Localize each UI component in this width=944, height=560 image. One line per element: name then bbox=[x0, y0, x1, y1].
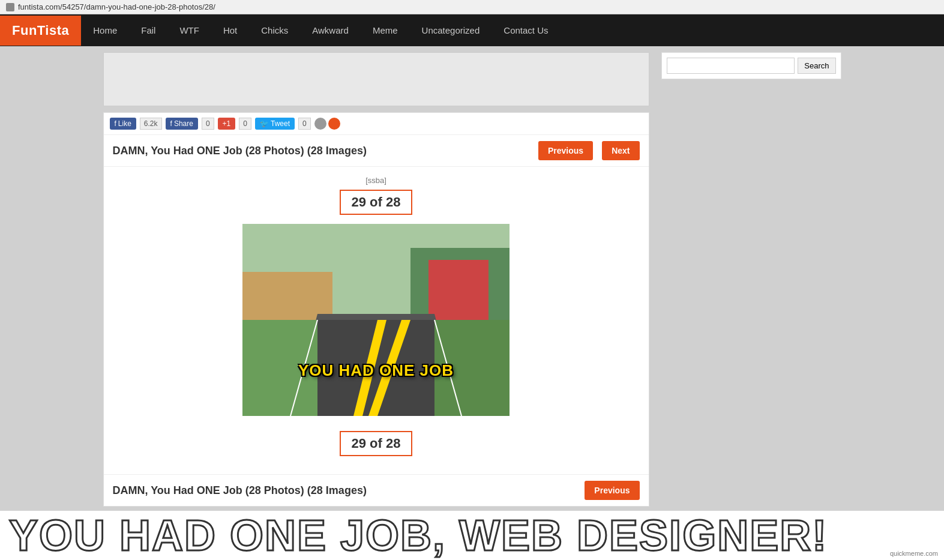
facebook-like-button[interactable]: f Like bbox=[110, 118, 136, 130]
nav-link-awkward[interactable]: Awkward bbox=[300, 14, 361, 46]
content-area: f Like 6.2k f Share 0 +1 0 🐦 Tweet 0 bbox=[97, 46, 847, 513]
ssba-placeholder: [ssba] bbox=[113, 176, 640, 185]
nav-link-uncategorized[interactable]: Uncategorized bbox=[410, 14, 492, 46]
overlay-text: YOU HAD ONE JOB, WEB DESIGNER! bbox=[9, 514, 935, 557]
nav-logo[interactable]: FunTista bbox=[0, 16, 81, 46]
ad-banner bbox=[103, 52, 649, 106]
gplus-count: 0 bbox=[239, 118, 251, 130]
main-content: f Like 6.2k f Share 0 +1 0 🐦 Tweet 0 bbox=[103, 46, 649, 513]
nav-link-hot[interactable]: Hot bbox=[211, 14, 249, 46]
nav-item-home[interactable]: Home bbox=[81, 14, 129, 46]
page-icon bbox=[6, 3, 14, 11]
fb-icon: f bbox=[115, 119, 116, 128]
svg-rect-2 bbox=[428, 260, 489, 320]
article-title-bottom: DAMN, You Had ONE Job (28 Photos) (28 Im… bbox=[113, 484, 576, 497]
social-icon-2 bbox=[328, 118, 340, 130]
article-title-top: DAMN, You Had ONE Job (28 Photos) (28 Im… bbox=[113, 145, 530, 157]
tweet-button[interactable]: 🐦 Tweet bbox=[255, 118, 295, 130]
nav-link-fail[interactable]: Fail bbox=[129, 14, 167, 46]
sidebar: Search bbox=[661, 46, 841, 513]
facebook-share-button[interactable]: f Share bbox=[166, 118, 198, 130]
nav-item-contact[interactable]: Contact Us bbox=[492, 14, 560, 46]
url-text: funtista.com/54257/damn-you-had-one-job-… bbox=[18, 2, 215, 11]
image-overlay-text: YOU HAD ONE JOB bbox=[298, 361, 454, 380]
nav-link-contact[interactable]: Contact Us bbox=[492, 14, 560, 46]
next-button-top[interactable]: Next bbox=[602, 141, 639, 160]
social-extra-buttons bbox=[314, 118, 340, 130]
nav-link-chicks[interactable]: Chicks bbox=[249, 14, 300, 46]
article-header-top: DAMN, You Had ONE Job (28 Photos) (28 Im… bbox=[104, 135, 649, 167]
fb-like-count: 6.2k bbox=[140, 118, 162, 130]
gplus-label: +1 bbox=[223, 119, 231, 128]
search-box: Search bbox=[661, 52, 841, 79]
nav-item-uncategorized[interactable]: Uncategorized bbox=[410, 14, 492, 46]
article-header-bottom: DAMN, You Had ONE Job (28 Photos) (28 Im… bbox=[104, 474, 649, 506]
nav-item-hot[interactable]: Hot bbox=[211, 14, 249, 46]
tweet-label: Tweet bbox=[271, 119, 290, 128]
nav-item-fail[interactable]: Fail bbox=[129, 14, 167, 46]
search-input[interactable] bbox=[667, 58, 795, 74]
nav-menu: Home Fail WTF Hot Chicks Awkward Meme Un… bbox=[81, 14, 560, 46]
bottom-overlay: YOU HAD ONE JOB, WEB DESIGNER! quickmeme… bbox=[0, 511, 944, 560]
fb-share-icon: f bbox=[170, 119, 172, 128]
nav-link-meme[interactable]: Meme bbox=[361, 14, 410, 46]
fb-share-count: 0 bbox=[202, 118, 214, 130]
previous-button-top[interactable]: Previous bbox=[538, 141, 593, 160]
fb-share-label: Share bbox=[174, 119, 193, 128]
fb-like-label: Like bbox=[118, 119, 131, 128]
nav-item-wtf[interactable]: WTF bbox=[167, 14, 211, 46]
nav-link-wtf[interactable]: WTF bbox=[167, 14, 211, 46]
social-bar: f Like 6.2k f Share 0 +1 0 🐦 Tweet 0 bbox=[104, 113, 649, 135]
svg-rect-3 bbox=[242, 272, 332, 320]
nav-link-home[interactable]: Home bbox=[81, 14, 129, 46]
watermark-text: quickmeme.com bbox=[890, 550, 938, 557]
logo-text: FunTista bbox=[12, 23, 69, 38]
article-box: f Like 6.2k f Share 0 +1 0 🐦 Tweet 0 bbox=[103, 112, 649, 507]
tweet-bird-icon: 🐦 bbox=[260, 119, 269, 128]
nav-item-chicks[interactable]: Chicks bbox=[249, 14, 300, 46]
photo-counter-top: 29 of 28 bbox=[340, 190, 413, 215]
main-image: YOU HAD ONE JOB bbox=[242, 224, 510, 416]
gplus-button[interactable]: +1 bbox=[218, 118, 236, 130]
nav-item-meme[interactable]: Meme bbox=[361, 14, 410, 46]
nav-bar: FunTista Home Fail WTF Hot Chicks Awkwar… bbox=[0, 14, 944, 46]
search-button[interactable]: Search bbox=[798, 58, 835, 74]
previous-button-bottom[interactable]: Previous bbox=[585, 481, 639, 500]
photo-counter-bottom: 29 of 28 bbox=[340, 431, 413, 456]
address-bar: funtista.com/54257/damn-you-had-one-job-… bbox=[0, 0, 944, 14]
tweet-count: 0 bbox=[298, 118, 311, 130]
article-body: [ssba] 29 of 28 bbox=[104, 167, 649, 474]
nav-item-awkward[interactable]: Awkward bbox=[300, 14, 361, 46]
social-icon-1 bbox=[314, 118, 326, 130]
